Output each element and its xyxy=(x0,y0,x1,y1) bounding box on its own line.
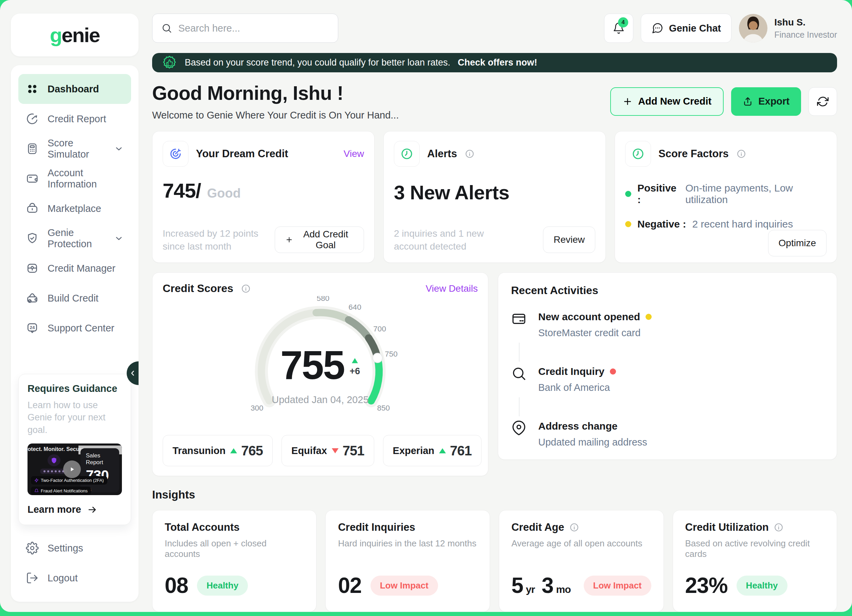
sidebar-item-label: Credit Manager xyxy=(48,263,115,274)
alerts-headline: 3 New Alerts xyxy=(394,181,595,204)
add-credit-goal-button[interactable]: Add Credit Goal xyxy=(275,226,364,253)
search-input[interactable] xyxy=(178,23,329,34)
chevron-down-icon[interactable] xyxy=(114,144,124,154)
bureau-equifax: Equifax 751 xyxy=(281,435,374,466)
activity-title: Credit Inquiry xyxy=(538,366,604,377)
sidebar-item-settings[interactable]: Settings xyxy=(18,533,131,563)
review-label: Review xyxy=(553,234,585,245)
card-title: Alerts xyxy=(427,148,457,160)
banner-text: Based on your score trend, you could qua… xyxy=(185,57,450,68)
play-icon[interactable] xyxy=(63,460,81,478)
gauge-score-delta: +6 xyxy=(350,358,360,377)
negative-dot xyxy=(625,221,631,227)
list-item[interactable]: Credit Inquiry Bank of America xyxy=(511,366,824,393)
sidebar-item-account-information[interactable]: Account Information xyxy=(18,164,131,193)
bureau-value: 751 xyxy=(343,443,364,459)
optimize-button[interactable]: Optimize xyxy=(768,230,826,257)
score-factors-card: Score Factors Positive : On-time payment… xyxy=(615,131,837,263)
credit-inquiries-card: Credit Inquiries Hard inquiries in the l… xyxy=(325,510,489,612)
chevron-down-icon[interactable] xyxy=(114,234,124,243)
user-profile[interactable]: Ishu S. Finance Investor xyxy=(739,14,837,42)
positive-factor-row: Positive : On-time payments, Low utiliza… xyxy=(625,182,826,205)
sidebar-item-logout[interactable]: Logout xyxy=(18,563,131,593)
dream-note: Increased by 12 points since last month xyxy=(163,227,275,253)
sidebar-item-label: Score Simulator xyxy=(48,137,105,160)
status-dot xyxy=(610,368,616,374)
sidebar-item-label: Marketplace xyxy=(48,203,101,214)
magnifier-icon xyxy=(511,366,527,382)
sidebar-item-credit-report[interactable]: Credit Report xyxy=(18,104,131,134)
export-label: Export xyxy=(758,96,790,107)
svg-text:24: 24 xyxy=(30,325,35,330)
export-icon xyxy=(743,97,753,107)
wallet-card-icon xyxy=(26,172,39,185)
wallet-check-icon xyxy=(26,292,39,305)
logo-g: g xyxy=(50,24,62,47)
metric-value: 5yr 3mo xyxy=(511,573,575,598)
sidebar-item-genie-protection[interactable]: Genie Protection xyxy=(18,223,131,253)
thumbnail-report-panel: Sales Report 730 +6 Excellent xyxy=(80,448,119,492)
card-title: Credit Scores xyxy=(163,282,233,295)
summary-cards-row: Your Dream Credit View 745/ Good Increas… xyxy=(152,131,837,263)
notification-badge: 4 xyxy=(618,17,628,27)
alerts-note: 2 inquiries and 1 new account detected xyxy=(394,227,506,253)
bureau-name: Equifax xyxy=(292,445,327,456)
sidebar-item-marketplace[interactable]: Marketplace xyxy=(18,193,131,223)
card-subtitle: Average age of all open accounts xyxy=(511,538,651,549)
refresh-button[interactable] xyxy=(808,87,837,116)
review-button[interactable]: Review xyxy=(543,226,595,253)
chevron-left-icon xyxy=(128,369,137,377)
plus-icon xyxy=(285,235,293,245)
positive-label: Positive : xyxy=(637,182,679,205)
card-title: Credit Age xyxy=(511,521,564,533)
trend-up-icon xyxy=(352,358,358,363)
add-new-credit-button[interactable]: Add New Credit xyxy=(610,87,724,116)
positive-text: On-time payments, Low utilization xyxy=(685,182,826,205)
view-link[interactable]: View xyxy=(344,148,364,159)
list-item[interactable]: Address change Updated mailing address xyxy=(511,420,824,448)
status-badge: Low Impact xyxy=(370,575,438,596)
sidebar-item-dashboard[interactable]: Dashboard xyxy=(18,74,131,104)
card-subtitle: Hard inquiries in the last 12 months xyxy=(338,538,477,549)
sidebar-item-score-simulator[interactable]: Score Simulator xyxy=(18,134,131,164)
info-icon xyxy=(569,522,579,533)
timeline-connector xyxy=(519,397,520,416)
notifications-button[interactable]: 4 xyxy=(604,14,633,43)
sidebar-item-support-center[interactable]: 24 Support Center xyxy=(18,313,131,343)
search-bar[interactable] xyxy=(152,14,338,43)
dream-score-value: 745/ xyxy=(163,179,201,202)
bureau-value: 765 xyxy=(241,443,263,459)
thumbnail-badge-fraud: Fraud Alert Notifications xyxy=(31,487,91,495)
chat-bubble-icon xyxy=(651,22,663,34)
guidance-thumbnail[interactable]: Protect. Monitor. Secure. Two-Factor Aut… xyxy=(27,444,122,495)
promo-banner[interactable]: Based on your score trend, you could qua… xyxy=(152,53,837,72)
sidebar-item-build-credit[interactable]: Build Credit xyxy=(18,283,131,313)
learn-more-link[interactable]: Learn more xyxy=(27,504,122,515)
svg-text:700: 700 xyxy=(373,325,386,333)
list-item[interactable]: New account opened StoreMaster credit ca… xyxy=(511,311,824,338)
trend-icon xyxy=(230,448,237,453)
dashboard-grid-icon xyxy=(26,83,39,95)
sidebar-item-label: Logout xyxy=(48,572,78,584)
export-button[interactable]: Export xyxy=(731,87,801,116)
negative-factor-row: Negative : 2 recent hard inquiries xyxy=(625,218,826,230)
briefcase-icon xyxy=(26,202,39,215)
report-title: Sales Report xyxy=(86,452,114,466)
bureau-name: Experian xyxy=(393,445,435,456)
view-details-link[interactable]: View Details xyxy=(426,283,478,294)
main-content: 4 Genie Chat Ishu S. Finance Investor Ba… xyxy=(139,0,852,612)
gear-icon xyxy=(26,542,39,554)
activity-subtitle: StoreMaster credit card xyxy=(538,328,652,338)
genie-chat-button[interactable]: Genie Chat xyxy=(641,14,731,43)
sidebar-item-credit-manager[interactable]: Credit Manager xyxy=(18,253,131,283)
credit-scores-card: Credit Scores View Details 3005806407007… xyxy=(152,272,488,476)
activity-title: New account opened xyxy=(538,311,640,323)
banner-cta[interactable]: Check offers now! xyxy=(458,57,537,68)
logout-icon xyxy=(26,572,39,584)
logo[interactable]: genie xyxy=(11,14,139,56)
card-title: Credit Inquiries xyxy=(338,521,415,533)
genie-chat-label: Genie Chat xyxy=(669,23,721,34)
status-badge: Healthy xyxy=(737,575,787,596)
scores-row: Credit Scores View Details 3005806407007… xyxy=(152,272,837,476)
plus-icon xyxy=(622,97,633,107)
